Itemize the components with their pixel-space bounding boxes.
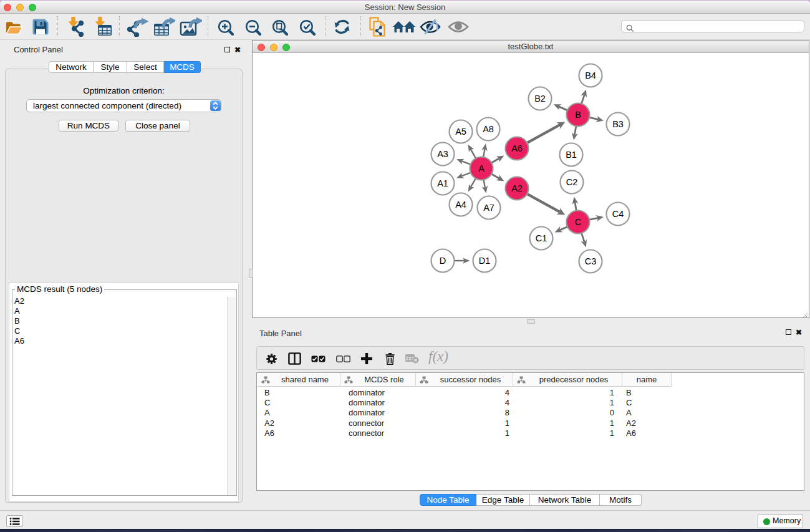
svg-text:B1: B1 [566,150,577,160]
svg-text:C2: C2 [566,177,578,187]
svg-text:D: D [440,256,446,266]
svg-text:C: C [575,217,581,227]
svg-text:A4: A4 [455,200,466,210]
svg-text:A1: A1 [437,178,448,188]
svg-text:D1: D1 [479,256,491,266]
svg-text:C3: C3 [585,256,597,266]
svg-text:A6: A6 [511,143,523,153]
svg-text:C1: C1 [536,233,547,243]
svg-text:A2: A2 [511,183,523,193]
svg-text:B3: B3 [612,119,624,129]
svg-text:A: A [478,163,485,173]
svg-text:A5: A5 [455,127,466,137]
svg-text:B4: B4 [585,70,596,80]
svg-text:A3: A3 [437,149,448,159]
svg-text:B2: B2 [534,94,546,104]
svg-text:A7: A7 [483,203,494,213]
svg-text:C4: C4 [612,209,624,219]
svg-text:B: B [575,110,581,120]
svg-text:A8: A8 [483,124,494,134]
